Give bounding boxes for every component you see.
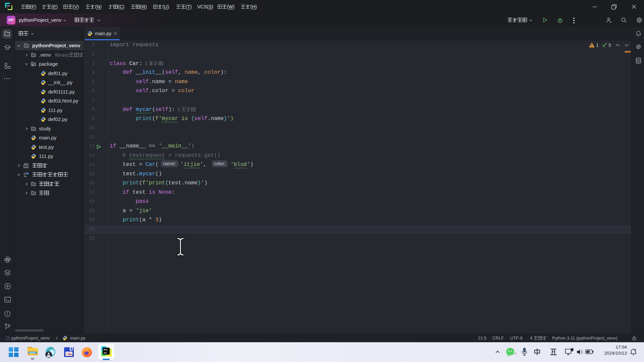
svg-text:z: z — [635, 348, 636, 350]
